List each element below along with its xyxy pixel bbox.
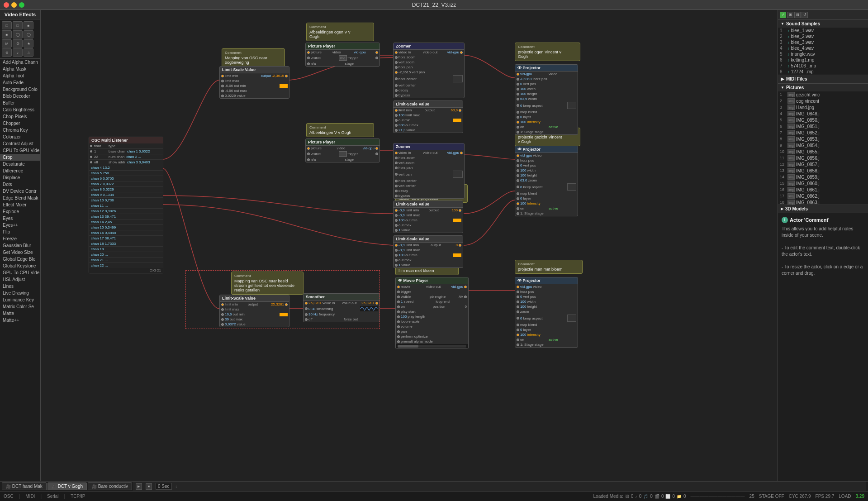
sidebar-item-chopper[interactable]: Chopper <box>0 120 40 127</box>
sound-item-8[interactable]: 8♪12724_.mp <box>778 69 868 75</box>
sound-item-4[interactable]: 4♪blee_4.wav <box>778 45 868 51</box>
pic-item-4[interactable]: 4imgIMG_0848.j <box>778 110 868 117</box>
maximize-button[interactable] <box>19 2 24 8</box>
limit-scale-1[interactable]: Limit-Scale Value limit min output -2,36… <box>219 66 289 99</box>
sidebar-item-contrast[interactable]: Contrast Adjust <box>0 140 40 147</box>
pic-item-16[interactable]: 16imgIMG_0861.j <box>778 186 868 193</box>
midi-files-header[interactable]: ▶ MIDI Files <box>778 75 868 83</box>
sidebar-item-luminance[interactable]: Luminance Key <box>0 296 40 303</box>
tool-music1[interactable]: ♪ <box>13 48 23 57</box>
sidebar-item-cpu-to-gpu[interactable]: CPU To GPU Vide <box>0 147 40 154</box>
sidebar-item-lines[interactable]: Lines <box>0 283 40 290</box>
serial-status[interactable]: Serial <box>47 494 59 499</box>
sidebar-item-eyespp[interactable]: Eyes++ <box>0 222 40 229</box>
pic-item-8[interactable]: 8imgIMG_0853.j <box>778 136 868 142</box>
midi-status[interactable]: MIDI <box>25 494 35 499</box>
sidebar-item-hsl[interactable]: HSL Adjust <box>0 276 40 283</box>
tool-rect2[interactable]: □ <box>13 21 23 29</box>
sound-item-2[interactable]: 2♪blee_2.wav <box>778 33 868 39</box>
pic-item-3[interactable]: 3imgHand.jpg <box>778 104 868 110</box>
pic-item-7[interactable]: 7imgIMG_0852.j <box>778 129 868 136</box>
sidebar-item-eyes[interactable]: Eyes <box>0 215 40 222</box>
pic-item-1[interactable]: 1imggezicht vinc <box>778 91 868 98</box>
sidebar-item-calc-brightness[interactable]: Calc Brightness <box>0 106 40 113</box>
pic-item-15[interactable]: 15imgIMG_0860.j <box>778 180 868 186</box>
models-header[interactable]: ▶ 3D Models <box>778 205 868 213</box>
sidebar-item-matte[interactable]: Matte <box>0 310 40 317</box>
zoomer-2[interactable]: Zoomer video in video out vid-gpu horz z… <box>393 143 465 199</box>
sidebar-item-blob[interactable]: Blob Decoder <box>0 93 40 100</box>
sidebar-item-live-drawing[interactable]: Live Drawing <box>0 290 40 296</box>
check-icon[interactable]: ✓ <box>780 12 786 18</box>
stop-button[interactable]: ■ <box>146 483 152 490</box>
sidebar-item-add-alpha[interactable]: Add Alpha Chann <box>0 59 40 66</box>
ls5-val-display[interactable] <box>280 313 288 316</box>
movie-player[interactable]: 👁 Movie Player movie video out vid-gpu t… <box>395 277 469 349</box>
comment-node-3[interactable]: Comment Afbeeldingen V v Gogh <box>306 123 374 137</box>
tab-bare[interactable]: 🎥 Bare conductiv <box>88 482 132 490</box>
sidebar-item-colorizer[interactable]: Colorizer <box>0 134 40 140</box>
tool-gear[interactable]: ⚙ <box>13 39 23 48</box>
osc-multi-listener[interactable]: OSC Multi Listener float type 1 base cha… <box>89 137 163 273</box>
pic-item-10[interactable]: 10imgIMG_0855.j <box>778 148 868 155</box>
projector-2[interactable]: 👁 Projector vid-gpu video horz pos 0vert… <box>515 146 578 216</box>
sidebar-item-crop[interactable]: Crop <box>0 154 40 161</box>
pic-item-5[interactable]: 5imgIMG_0850.j <box>778 117 868 123</box>
sidebar-item-background[interactable]: Background Colo <box>0 86 40 93</box>
sidebar-item-displace[interactable]: Displace <box>0 174 40 181</box>
tcp-status[interactable]: TCP/IP <box>71 494 85 499</box>
sidebar-item-chop[interactable]: Chop Pixels <box>0 113 40 120</box>
minimize-button[interactable] <box>11 2 17 8</box>
sound-item-6[interactable]: 6♪ketting1.mp <box>778 57 868 63</box>
sidebar-item-mattepp[interactable]: Matte++ <box>0 317 40 324</box>
ls3-val-display[interactable] <box>453 219 461 222</box>
picture-player-2[interactable]: Picture Player picture video vid-gpu vis… <box>305 138 380 162</box>
sound-samples-header[interactable]: ▼ Sound Samples <box>778 20 868 28</box>
sidebar-item-alpha-mask[interactable]: Alpha Mask <box>0 66 40 72</box>
sidebar-item-dots[interactable]: Dots <box>0 181 40 188</box>
sound-item-7[interactable]: 7♪574106_.mp <box>778 63 868 69</box>
sidebar-item-global-edge[interactable]: Global Edge Ble <box>0 256 40 262</box>
pic-item-18[interactable]: 18imgIMG_0863.j <box>778 199 868 205</box>
comment-node-2[interactable]: Comment Afbeeldingen ogen V vGogh <box>306 23 374 41</box>
pic-item-17[interactable]: 17imgIMG_0862.j <box>778 193 868 199</box>
sidebar-item-global-keystone[interactable]: Global Keystone <box>0 262 40 269</box>
sidebar-item-get-video[interactable]: Get Video Size <box>0 249 40 256</box>
limit-scale-5[interactable]: Limit-Scale Value limit min output 25,32… <box>219 295 289 327</box>
pic-item-2[interactable]: 2imgoog vincent <box>778 98 868 104</box>
sidebar-item-effect-mixer[interactable]: Effect Mixer <box>0 201 40 208</box>
limit-scale-3[interactable]: Limit-Scale Value -0,9 limit min output … <box>393 200 463 233</box>
sidebar-item-flip[interactable]: Flip <box>0 229 40 235</box>
sidebar-item-chroma[interactable]: Chroma Key <box>0 127 40 134</box>
tool-plus[interactable]: ⊕ <box>2 48 12 57</box>
pic-item-13[interactable]: 13imgIMG_0858.j <box>778 167 868 174</box>
projector-1[interactable]: 👁 Projector vid-gpu video -0,9197 horz p… <box>515 64 578 135</box>
comment-node-9[interactable]: Comment Mapping van OSC naar beeldstroom… <box>231 272 304 295</box>
tool-circle1[interactable]: ◯ <box>13 30 23 38</box>
canvas-area[interactable]: Comment Mapping van OSC naaroogbeweging … <box>41 10 778 481</box>
window-controls[interactable] <box>4 2 24 8</box>
limit-scale-4[interactable]: Limit-Scale Value -0,9 limit min output … <box>393 235 463 268</box>
comment-node-1[interactable]: Comment Mapping van OSC naaroogbeweging <box>222 48 285 67</box>
tool-m[interactable]: M <box>2 39 12 48</box>
value-display[interactable] <box>280 84 288 88</box>
pic-item-11[interactable]: 11imgIMG_0856.j <box>778 155 868 161</box>
smoother-node[interactable]: Smoother 25,3281 value in value out 25,3… <box>303 293 380 322</box>
tab-dct-hand-mak[interactable]: 🎥 DCT hand Mak <box>2 482 47 490</box>
zoomer-1[interactable]: Zoomer video in video out vid-gpu horz z… <box>393 43 465 98</box>
tool-star[interactable]: ★ <box>24 39 33 48</box>
sound-item-3[interactable]: 3♪blee_3.wav <box>778 39 868 45</box>
sidebar-item-alpha-tool[interactable]: Alpha Tool <box>0 72 40 79</box>
sidebar-item-gaussian[interactable]: Gaussian Blur <box>0 242 40 249</box>
close-button[interactable] <box>4 2 9 8</box>
sidebar-item-freeze[interactable]: Freeze <box>0 235 40 242</box>
pic-item-12[interactable]: 12imgIMG_0857.j <box>778 161 868 167</box>
comment-node-6[interactable]: Comment projectie ogen Vincent vGogh <box>515 43 580 61</box>
comment-node-8[interactable]: Comment projectie man met bloem <box>515 260 583 274</box>
tool-square2[interactable]: ■ <box>2 30 12 38</box>
sidebar-item-buffer[interactable]: Buffer <box>0 100 40 106</box>
sidebar-item-matrix[interactable]: Matrix Color Se <box>0 303 40 310</box>
sidebar-item-difference[interactable]: Difference <box>0 167 40 174</box>
right-tool-1[interactable]: ⊞ <box>787 12 793 18</box>
tool-music2[interactable]: ♫ <box>24 48 33 57</box>
